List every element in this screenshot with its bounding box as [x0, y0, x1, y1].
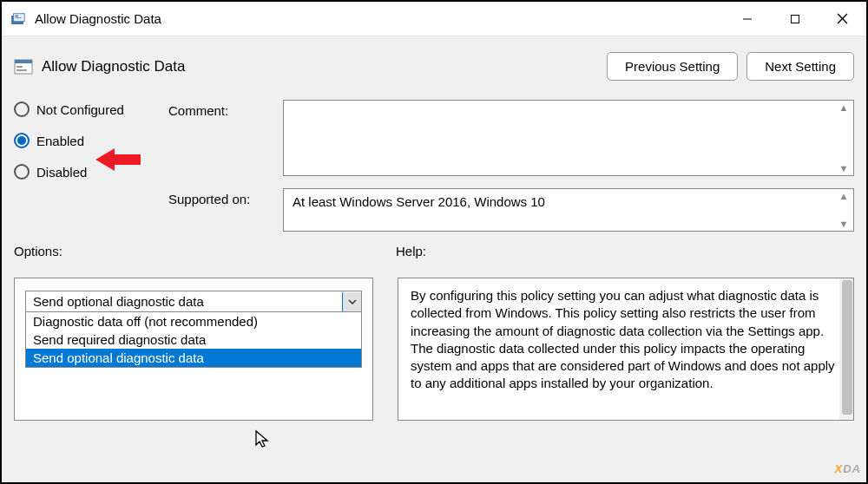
- radio-not-configured[interactable]: Not Configured: [14, 101, 153, 117]
- help-scrollbar[interactable]: [839, 278, 853, 420]
- titlebar: Allow Diagnostic Data: [2, 2, 866, 36]
- close-button[interactable]: [819, 2, 866, 36]
- comment-row: Comment: ▲ ▼: [168, 100, 854, 176]
- supported-label: Supported on:: [168, 188, 273, 232]
- svg-rect-5: [791, 15, 799, 23]
- cursor-pointer-icon: [254, 429, 272, 450]
- help-text: By configuring this policy setting you c…: [411, 288, 835, 390]
- minimize-button[interactable]: [723, 2, 771, 36]
- dropdown-selected[interactable]: Send optional diagnostic data: [26, 291, 361, 312]
- svg-rect-3: [15, 17, 21, 18]
- app-icon: [10, 11, 26, 27]
- scroll-arrows: ▲ ▼: [836, 102, 852, 173]
- radio-enabled[interactable]: Enabled: [14, 133, 153, 148]
- nav-buttons: Previous Setting Next Setting: [607, 52, 854, 81]
- scroll-down-icon[interactable]: ▼: [836, 219, 852, 229]
- supported-box: At least Windows Server 2016, Windows 10…: [283, 188, 854, 232]
- dropdown-selected-text: Send optional diagnostic data: [33, 294, 342, 309]
- svg-rect-9: [15, 60, 32, 63]
- window-controls: [723, 2, 866, 36]
- fields-column: Comment: ▲ ▼ Supported on: At least Wind…: [168, 91, 854, 232]
- supported-value: At least Windows Server 2016, Windows 10: [293, 194, 545, 209]
- dropdown-item-off[interactable]: Diagnostic data off (not recommended): [26, 312, 361, 330]
- supported-row: Supported on: At least Windows Server 20…: [168, 188, 854, 232]
- previous-setting-button[interactable]: Previous Setting: [607, 52, 738, 81]
- svg-rect-11: [16, 69, 27, 71]
- next-setting-button[interactable]: Next Setting: [746, 52, 854, 81]
- radio-circle-icon: [14, 133, 30, 148]
- diagnostic-level-dropdown[interactable]: Send optional diagnostic data Diagnostic…: [25, 291, 362, 368]
- page-title: Allow Diagnostic Data: [42, 58, 607, 75]
- dropdown-item-required[interactable]: Send required diagnostic data: [26, 330, 361, 349]
- watermark-text: DA: [843, 462, 861, 475]
- comment-input[interactable]: ▲ ▼: [283, 100, 854, 176]
- chevron-down-icon[interactable]: [342, 292, 361, 311]
- scroll-up-icon[interactable]: ▲: [836, 191, 852, 201]
- scroll-arrows: ▲ ▼: [836, 191, 852, 229]
- window-title: Allow Diagnostic Data: [35, 11, 723, 26]
- dropdown-list: Diagnostic data off (not recommended) Se…: [26, 312, 361, 367]
- scroll-down-icon[interactable]: ▼: [836, 163, 852, 173]
- policy-icon: [14, 57, 33, 76]
- svg-rect-10: [16, 66, 23, 68]
- comment-label: Comment:: [168, 100, 273, 176]
- options-panel: Send optional diagnostic data Diagnostic…: [14, 278, 373, 421]
- radio-label: Enabled: [36, 134, 84, 148]
- radio-circle-icon: [14, 164, 30, 180]
- watermark-accent: X: [835, 462, 844, 475]
- section-labels: Options: Help:: [2, 232, 866, 265]
- config-grid: Not Configured Enabled Disabled Comment:…: [2, 91, 866, 232]
- radio-column: Not Configured Enabled Disabled: [14, 91, 153, 232]
- svg-rect-2: [15, 15, 18, 16]
- scroll-up-icon[interactable]: ▲: [836, 102, 852, 113]
- radio-disabled[interactable]: Disabled: [14, 164, 153, 180]
- svg-marker-13: [256, 431, 267, 447]
- header: Allow Diagnostic Data Previous Setting N…: [2, 36, 866, 91]
- state-radio-group: Not Configured Enabled Disabled: [14, 101, 153, 180]
- radio-label: Not Configured: [36, 102, 124, 117]
- options-section-label: Options:: [14, 244, 396, 258]
- radio-circle-icon: [14, 101, 30, 117]
- help-panel: By configuring this policy setting you c…: [398, 278, 854, 421]
- dropdown-item-optional[interactable]: Send optional diagnostic data: [26, 349, 361, 367]
- watermark: XDA: [835, 462, 861, 475]
- scrollbar-thumb[interactable]: [842, 280, 852, 415]
- help-section-label: Help:: [396, 244, 426, 258]
- radio-label: Disabled: [36, 165, 87, 180]
- maximize-button[interactable]: [771, 2, 819, 36]
- lower-panels: Send optional diagnostic data Diagnostic…: [2, 265, 866, 421]
